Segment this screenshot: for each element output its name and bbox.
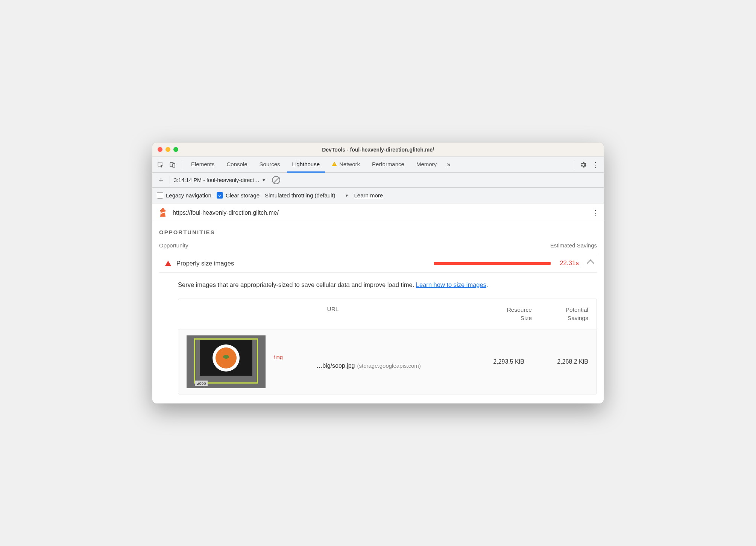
separator: [574, 160, 574, 169]
savings-bar: [434, 262, 551, 265]
learn-more-link[interactable]: Learn more: [354, 192, 383, 199]
opportunity-columns: Opportunity Estimated Savings: [159, 242, 597, 249]
lighthouse-toolbar: ＋ 3:14:14 PM - foul-heavenly-direction.g…: [152, 173, 604, 188]
highlight-box-icon: [194, 338, 258, 384]
resource-host: (storage.googleapis.com): [357, 362, 421, 369]
window-title: DevTools - foul-heavenly-direction.glitc…: [152, 147, 604, 153]
cell-savings: 2,268.2 KiB: [532, 358, 588, 365]
resource-path: …big/soop.jpg: [316, 362, 355, 369]
tab-console[interactable]: Console: [222, 157, 253, 173]
chevron-down-icon: ▼: [262, 178, 266, 182]
svg-rect-3: [162, 208, 164, 209]
th-savings: Potential Savings: [532, 306, 588, 322]
description-period: .: [486, 281, 488, 288]
titlebar: DevTools - foul-heavenly-direction.glitc…: [152, 143, 604, 157]
settings-icon[interactable]: [578, 159, 589, 170]
clear-icon[interactable]: [272, 176, 280, 184]
tab-network[interactable]: Network: [326, 157, 365, 173]
kebab-menu-icon[interactable]: ⋮: [590, 159, 601, 170]
tab-network-label: Network: [339, 161, 360, 167]
new-report-button[interactable]: ＋: [156, 175, 166, 185]
option-throttling-label: Simulated throttling (default): [265, 192, 335, 199]
separator: [170, 176, 170, 184]
chevron-up-icon[interactable]: [587, 260, 594, 267]
opportunity-value: 22.31s: [560, 259, 579, 267]
panel-tabstrip: Elements Console Sources Lighthouse Netw…: [152, 157, 604, 173]
tab-lighthouse[interactable]: Lighthouse: [287, 157, 325, 173]
tab-memory[interactable]: Memory: [411, 157, 442, 173]
option-legacy-label: Legacy navigation: [166, 192, 211, 199]
tab-sources[interactable]: Sources: [254, 157, 285, 173]
report-url: https://foul-heavenly-direction.glitch.m…: [173, 209, 279, 216]
svg-rect-2: [173, 164, 175, 167]
th-url: URL: [187, 306, 479, 322]
lighthouse-icon: [158, 208, 168, 218]
device-mode-icon[interactable]: [167, 159, 178, 170]
report-menu-icon[interactable]: ⋮: [592, 208, 598, 217]
table-header: URL Resource Size Potential Savings: [178, 299, 597, 329]
tab-elements[interactable]: Elements: [186, 157, 220, 173]
option-legacy-navigation[interactable]: Legacy navigation: [157, 192, 211, 199]
separator: [182, 160, 182, 169]
fail-triangle-icon: [165, 261, 171, 266]
description-text: Serve images that are appropriately-size…: [178, 281, 416, 288]
option-clear-label: Clear storage: [226, 192, 260, 199]
checkbox-unchecked-icon[interactable]: [157, 192, 163, 199]
thumbnail: Soop: [187, 335, 266, 388]
description-link[interactable]: Learn how to size images: [416, 281, 486, 288]
opportunity-label: Properly size images: [176, 260, 234, 267]
report-url-row: https://foul-heavenly-direction.glitch.m…: [152, 203, 604, 222]
opportunity-description: Serve images that are appropriately-size…: [159, 273, 597, 299]
lighthouse-options: Legacy navigation Clear storage Simulate…: [152, 188, 604, 203]
tab-performance[interactable]: Performance: [367, 157, 410, 173]
more-tabs-icon[interactable]: »: [443, 159, 454, 170]
chevron-down-icon: ▼: [345, 193, 349, 198]
col-opportunity: Opportunity: [159, 242, 188, 249]
resource-table: URL Resource Size Potential Savings Soop: [178, 299, 597, 394]
report-content: OPPORTUNITIES Opportunity Estimated Savi…: [152, 222, 604, 403]
cell-size: 2,293.5 KiB: [472, 358, 524, 365]
checkbox-checked-icon[interactable]: [217, 192, 223, 199]
col-savings: Estimated Savings: [550, 242, 597, 249]
element-type-label: img: [273, 354, 464, 360]
section-title: OPPORTUNITIES: [159, 229, 597, 235]
option-throttling[interactable]: Simulated throttling (default) ▼: [265, 192, 349, 199]
table-row[interactable]: Soop img …big/soop.jpg (storage.googleap…: [178, 329, 597, 394]
cell-url: img …big/soop.jpg (storage.googleapis.co…: [273, 354, 464, 369]
option-clear-storage[interactable]: Clear storage: [217, 192, 260, 199]
warning-icon: [332, 162, 337, 166]
inspect-element-icon[interactable]: [155, 159, 166, 170]
report-selector-label: 3:14:14 PM - foul-heavenly-direction.gli…: [174, 177, 260, 183]
opportunity-row[interactable]: Properly size images 22.31s: [159, 254, 597, 273]
thumb-caption: Soop: [195, 381, 208, 386]
th-size: Resource Size: [479, 306, 532, 322]
devtools-window: DevTools - foul-heavenly-direction.glitc…: [152, 143, 604, 403]
report-selector[interactable]: 3:14:14 PM - foul-heavenly-direction.gli…: [174, 177, 266, 183]
